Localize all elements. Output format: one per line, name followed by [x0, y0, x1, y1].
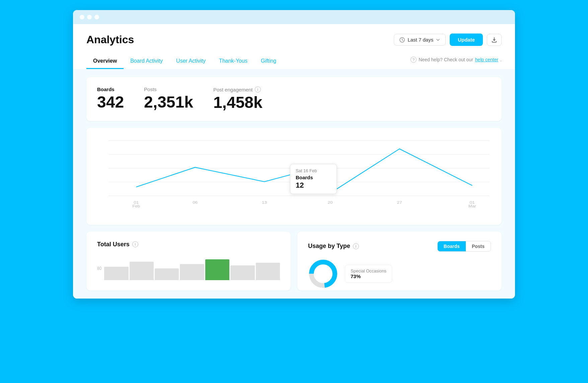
- page-title: Analytics: [86, 34, 134, 46]
- usage-donut-area: Special Occasions 73%: [308, 257, 491, 291]
- posts-label: Posts: [144, 86, 193, 92]
- tab-board-activity[interactable]: Board Activity: [124, 54, 169, 69]
- usage-by-type-card: Usage by Type i Boards Posts: [297, 232, 502, 291]
- bar-2: [130, 262, 154, 280]
- download-button[interactable]: [487, 34, 502, 46]
- stats-card: Boards 342 Posts 2,351k Post engagement …: [86, 77, 502, 121]
- help-text-label: Need help? Check out our: [419, 57, 473, 62]
- special-occasions-label: Special Occasions: [351, 268, 386, 273]
- boards-label: Boards: [97, 86, 124, 92]
- bar-3: [155, 268, 179, 280]
- bottom-cards: Total Users i 80: [86, 232, 502, 291]
- titlebar-dot-2: [87, 15, 92, 19]
- special-occasions-box: Special Occasions 73%: [345, 265, 392, 283]
- tab-gifting[interactable]: Gifting: [254, 54, 283, 69]
- boards-tab-button[interactable]: Boards: [438, 241, 466, 251]
- app-window: Analytics Last 7 days Update: [73, 10, 515, 299]
- bar-5: [205, 259, 229, 280]
- posts-value: 2,351k: [144, 93, 193, 111]
- tooltip-date: Sat 16 Feb: [296, 168, 331, 173]
- bar-7: [256, 263, 280, 280]
- posts-tab-button[interactable]: Posts: [466, 241, 491, 251]
- header-top: Analytics Last 7 days Update: [86, 34, 502, 46]
- tab-user-activity[interactable]: User Activity: [169, 54, 212, 69]
- update-button[interactable]: Update: [450, 34, 483, 46]
- y-label-80: 80: [97, 266, 101, 271]
- usage-by-type-title: Usage by Type i: [308, 243, 359, 250]
- svg-text:Feb: Feb: [132, 204, 140, 208]
- usage-tab-group: Boards Posts: [437, 241, 491, 252]
- tab-thank-yous[interactable]: Thank-Yous: [212, 54, 254, 69]
- svg-text:Mar: Mar: [468, 204, 476, 208]
- tab-overview[interactable]: Overview: [86, 54, 124, 69]
- tooltip-value: 12: [296, 181, 331, 190]
- help-center-link[interactable]: help center: [475, 57, 498, 62]
- tooltip-label: Boards: [296, 175, 331, 180]
- bar-4: [180, 264, 204, 280]
- total-users-chart-area: 80: [97, 253, 280, 285]
- total-users-header: Total Users i: [97, 241, 280, 248]
- post-engagement-value: 1,458k: [213, 94, 263, 112]
- donut-chart: [308, 259, 338, 289]
- post-engagement-info-icon: i: [255, 86, 261, 92]
- header: Analytics Last 7 days Update: [73, 24, 515, 69]
- total-users-title: Total Users i: [97, 241, 138, 248]
- help-circle-icon: ?: [411, 57, 417, 63]
- download-icon: [491, 37, 497, 43]
- stats-row: Boards 342 Posts 2,351k Post engagement …: [97, 86, 491, 112]
- post-engagement-label: Post engagement i: [213, 86, 263, 92]
- chart-card: 150 100 50 5: [86, 128, 502, 225]
- bar-1: [104, 267, 128, 280]
- header-controls: Last 7 days Update: [394, 34, 502, 46]
- svg-text:20: 20: [328, 200, 333, 205]
- main-content: Boards 342 Posts 2,351k Post engagement …: [73, 69, 515, 299]
- stat-boards: Boards 342: [97, 86, 124, 111]
- chart-tooltip: Sat 16 Feb Boards 12: [290, 164, 337, 194]
- users-bar-chart: [104, 253, 280, 280]
- titlebar: [73, 10, 515, 24]
- total-users-card: Total Users i 80: [86, 232, 291, 291]
- nav-tabs: Overview Board Activity User Activity Th…: [86, 54, 502, 69]
- chevron-down-icon: [436, 38, 440, 42]
- stat-posts: Posts 2,351k: [144, 86, 193, 111]
- usage-by-type-info-icon: i: [353, 243, 359, 249]
- titlebar-dot-3: [94, 15, 99, 19]
- boards-value: 342: [97, 93, 124, 111]
- svg-text:27: 27: [397, 200, 402, 205]
- special-occasions-value: 73%: [351, 273, 386, 279]
- svg-text:06: 06: [193, 200, 198, 205]
- usage-by-type-header: Usage by Type i Boards Posts: [308, 241, 491, 252]
- svg-text:13: 13: [262, 200, 267, 205]
- tabs-list: Overview Board Activity User Activity Th…: [86, 54, 283, 69]
- titlebar-dot-1: [80, 15, 84, 19]
- chart-area: 150 100 50 5: [92, 134, 496, 221]
- help-section: ? Need help? Check out our help center.: [411, 57, 502, 67]
- clock-icon: [399, 37, 405, 43]
- total-users-info-icon: i: [132, 241, 138, 247]
- date-filter[interactable]: Last 7 days: [394, 34, 446, 46]
- stat-post-engagement: Post engagement i 1,458k: [213, 86, 263, 112]
- date-filter-label: Last 7 days: [408, 37, 433, 43]
- bar-6: [230, 265, 254, 280]
